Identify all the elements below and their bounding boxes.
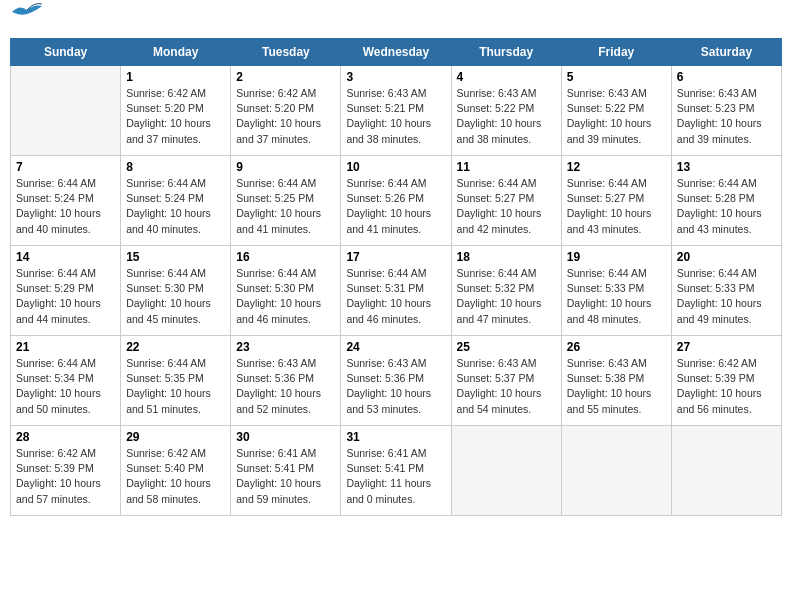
day-info: Sunrise: 6:43 AMSunset: 5:38 PMDaylight:… <box>567 356 666 417</box>
calendar-cell: 20Sunrise: 6:44 AMSunset: 5:33 PMDayligh… <box>671 246 781 336</box>
calendar-cell: 28Sunrise: 6:42 AMSunset: 5:39 PMDayligh… <box>11 426 121 516</box>
day-number: 9 <box>236 160 335 174</box>
calendar-cell <box>671 426 781 516</box>
day-number: 13 <box>677 160 776 174</box>
weekday-header-row: SundayMondayTuesdayWednesdayThursdayFrid… <box>11 39 782 66</box>
calendar-cell: 18Sunrise: 6:44 AMSunset: 5:32 PMDayligh… <box>451 246 561 336</box>
calendar-cell: 14Sunrise: 6:44 AMSunset: 5:29 PMDayligh… <box>11 246 121 336</box>
calendar-cell: 26Sunrise: 6:43 AMSunset: 5:38 PMDayligh… <box>561 336 671 426</box>
calendar-table: SundayMondayTuesdayWednesdayThursdayFrid… <box>10 38 782 516</box>
day-info: Sunrise: 6:43 AMSunset: 5:22 PMDaylight:… <box>457 86 556 147</box>
calendar-cell: 23Sunrise: 6:43 AMSunset: 5:36 PMDayligh… <box>231 336 341 426</box>
day-number: 4 <box>457 70 556 84</box>
logo-bird-icon <box>12 2 42 22</box>
week-row-5: 28Sunrise: 6:42 AMSunset: 5:39 PMDayligh… <box>11 426 782 516</box>
page-header <box>10 10 782 32</box>
calendar-cell: 7Sunrise: 6:44 AMSunset: 5:24 PMDaylight… <box>11 156 121 246</box>
day-number: 26 <box>567 340 666 354</box>
weekday-header-monday: Monday <box>121 39 231 66</box>
calendar-cell: 19Sunrise: 6:44 AMSunset: 5:33 PMDayligh… <box>561 246 671 336</box>
day-number: 7 <box>16 160 115 174</box>
day-info: Sunrise: 6:44 AMSunset: 5:28 PMDaylight:… <box>677 176 776 237</box>
week-row-3: 14Sunrise: 6:44 AMSunset: 5:29 PMDayligh… <box>11 246 782 336</box>
day-number: 28 <box>16 430 115 444</box>
day-number: 8 <box>126 160 225 174</box>
calendar-cell: 4Sunrise: 6:43 AMSunset: 5:22 PMDaylight… <box>451 66 561 156</box>
day-number: 22 <box>126 340 225 354</box>
calendar-cell: 22Sunrise: 6:44 AMSunset: 5:35 PMDayligh… <box>121 336 231 426</box>
day-info: Sunrise: 6:42 AMSunset: 5:39 PMDaylight:… <box>677 356 776 417</box>
day-number: 3 <box>346 70 445 84</box>
day-info: Sunrise: 6:44 AMSunset: 5:29 PMDaylight:… <box>16 266 115 327</box>
day-number: 27 <box>677 340 776 354</box>
calendar-cell: 9Sunrise: 6:44 AMSunset: 5:25 PMDaylight… <box>231 156 341 246</box>
day-number: 20 <box>677 250 776 264</box>
week-row-2: 7Sunrise: 6:44 AMSunset: 5:24 PMDaylight… <box>11 156 782 246</box>
calendar-cell <box>561 426 671 516</box>
calendar-cell: 31Sunrise: 6:41 AMSunset: 5:41 PMDayligh… <box>341 426 451 516</box>
day-info: Sunrise: 6:44 AMSunset: 5:25 PMDaylight:… <box>236 176 335 237</box>
calendar-cell: 5Sunrise: 6:43 AMSunset: 5:22 PMDaylight… <box>561 66 671 156</box>
calendar-cell: 30Sunrise: 6:41 AMSunset: 5:41 PMDayligh… <box>231 426 341 516</box>
day-info: Sunrise: 6:44 AMSunset: 5:24 PMDaylight:… <box>126 176 225 237</box>
day-number: 16 <box>236 250 335 264</box>
day-info: Sunrise: 6:41 AMSunset: 5:41 PMDaylight:… <box>236 446 335 507</box>
day-info: Sunrise: 6:43 AMSunset: 5:22 PMDaylight:… <box>567 86 666 147</box>
day-info: Sunrise: 6:44 AMSunset: 5:26 PMDaylight:… <box>346 176 445 237</box>
day-info: Sunrise: 6:44 AMSunset: 5:34 PMDaylight:… <box>16 356 115 417</box>
day-number: 17 <box>346 250 445 264</box>
day-number: 23 <box>236 340 335 354</box>
day-number: 1 <box>126 70 225 84</box>
day-number: 21 <box>16 340 115 354</box>
day-info: Sunrise: 6:43 AMSunset: 5:21 PMDaylight:… <box>346 86 445 147</box>
day-info: Sunrise: 6:43 AMSunset: 5:36 PMDaylight:… <box>236 356 335 417</box>
calendar-cell <box>451 426 561 516</box>
day-info: Sunrise: 6:42 AMSunset: 5:20 PMDaylight:… <box>236 86 335 147</box>
day-number: 5 <box>567 70 666 84</box>
day-info: Sunrise: 6:42 AMSunset: 5:39 PMDaylight:… <box>16 446 115 507</box>
calendar-cell: 29Sunrise: 6:42 AMSunset: 5:40 PMDayligh… <box>121 426 231 516</box>
calendar-cell: 11Sunrise: 6:44 AMSunset: 5:27 PMDayligh… <box>451 156 561 246</box>
calendar-cell: 15Sunrise: 6:44 AMSunset: 5:30 PMDayligh… <box>121 246 231 336</box>
weekday-header-friday: Friday <box>561 39 671 66</box>
day-info: Sunrise: 6:44 AMSunset: 5:27 PMDaylight:… <box>457 176 556 237</box>
weekday-header-saturday: Saturday <box>671 39 781 66</box>
calendar-cell: 2Sunrise: 6:42 AMSunset: 5:20 PMDaylight… <box>231 66 341 156</box>
day-info: Sunrise: 6:41 AMSunset: 5:41 PMDaylight:… <box>346 446 445 507</box>
week-row-4: 21Sunrise: 6:44 AMSunset: 5:34 PMDayligh… <box>11 336 782 426</box>
calendar-cell: 24Sunrise: 6:43 AMSunset: 5:36 PMDayligh… <box>341 336 451 426</box>
day-info: Sunrise: 6:44 AMSunset: 5:27 PMDaylight:… <box>567 176 666 237</box>
day-number: 25 <box>457 340 556 354</box>
weekday-header-tuesday: Tuesday <box>231 39 341 66</box>
calendar-cell: 27Sunrise: 6:42 AMSunset: 5:39 PMDayligh… <box>671 336 781 426</box>
weekday-header-thursday: Thursday <box>451 39 561 66</box>
weekday-header-wednesday: Wednesday <box>341 39 451 66</box>
day-info: Sunrise: 6:44 AMSunset: 5:30 PMDaylight:… <box>126 266 225 327</box>
day-info: Sunrise: 6:44 AMSunset: 5:31 PMDaylight:… <box>346 266 445 327</box>
calendar-cell: 16Sunrise: 6:44 AMSunset: 5:30 PMDayligh… <box>231 246 341 336</box>
day-info: Sunrise: 6:43 AMSunset: 5:36 PMDaylight:… <box>346 356 445 417</box>
calendar-cell <box>11 66 121 156</box>
calendar-cell: 10Sunrise: 6:44 AMSunset: 5:26 PMDayligh… <box>341 156 451 246</box>
day-info: Sunrise: 6:44 AMSunset: 5:30 PMDaylight:… <box>236 266 335 327</box>
calendar-cell: 1Sunrise: 6:42 AMSunset: 5:20 PMDaylight… <box>121 66 231 156</box>
day-info: Sunrise: 6:44 AMSunset: 5:33 PMDaylight:… <box>567 266 666 327</box>
calendar-cell: 21Sunrise: 6:44 AMSunset: 5:34 PMDayligh… <box>11 336 121 426</box>
calendar-cell: 13Sunrise: 6:44 AMSunset: 5:28 PMDayligh… <box>671 156 781 246</box>
calendar-body: 1Sunrise: 6:42 AMSunset: 5:20 PMDaylight… <box>11 66 782 516</box>
calendar-cell: 6Sunrise: 6:43 AMSunset: 5:23 PMDaylight… <box>671 66 781 156</box>
calendar-cell: 8Sunrise: 6:44 AMSunset: 5:24 PMDaylight… <box>121 156 231 246</box>
day-number: 24 <box>346 340 445 354</box>
day-number: 10 <box>346 160 445 174</box>
day-number: 29 <box>126 430 225 444</box>
calendar-cell: 25Sunrise: 6:43 AMSunset: 5:37 PMDayligh… <box>451 336 561 426</box>
day-number: 15 <box>126 250 225 264</box>
day-number: 31 <box>346 430 445 444</box>
day-info: Sunrise: 6:44 AMSunset: 5:32 PMDaylight:… <box>457 266 556 327</box>
day-info: Sunrise: 6:43 AMSunset: 5:23 PMDaylight:… <box>677 86 776 147</box>
week-row-1: 1Sunrise: 6:42 AMSunset: 5:20 PMDaylight… <box>11 66 782 156</box>
day-number: 18 <box>457 250 556 264</box>
day-number: 11 <box>457 160 556 174</box>
calendar-cell: 12Sunrise: 6:44 AMSunset: 5:27 PMDayligh… <box>561 156 671 246</box>
calendar-header: SundayMondayTuesdayWednesdayThursdayFrid… <box>11 39 782 66</box>
